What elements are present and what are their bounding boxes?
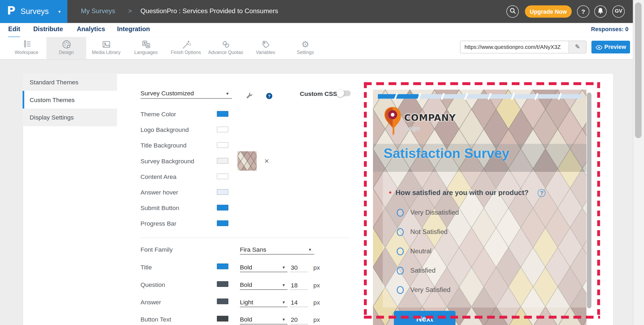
sidebar-item-custom-themes[interactable]: Custom Themes — [23, 91, 117, 109]
bell-icon — [597, 8, 604, 15]
questionpro-logo-icon: P — [7, 4, 15, 17]
next-button[interactable]: Next — [394, 311, 456, 325]
answer-option: Satisfied — [373, 267, 537, 277]
toolbar-tab-design[interactable]: Design — [46, 37, 86, 59]
chevron-down-icon[interactable]: ▾ — [283, 265, 285, 270]
submit-button-swatch[interactable] — [217, 205, 228, 210]
chevron-down-icon: ▾ — [58, 9, 60, 15]
title-size-input[interactable]: 30 — [291, 264, 298, 271]
sidebar-item-display-settings[interactable]: Display Settings — [23, 109, 117, 126]
media-library-icon — [86, 39, 126, 49]
page-scrollbar[interactable] — [633, 0, 644, 325]
chevron-down-icon[interactable]: ▾ — [226, 91, 228, 96]
progress-bar-swatch[interactable] — [217, 220, 228, 226]
question-weight-select[interactable]: Bold — [240, 281, 252, 288]
question-color-swatch[interactable] — [217, 281, 228, 287]
answer-hover-swatch[interactable] — [217, 189, 228, 195]
theme-help-icon[interactable]: ? — [266, 93, 272, 99]
color-row-label: Title Background — [140, 142, 186, 149]
button-text-color-swatch[interactable] — [217, 316, 228, 322]
remove-image-icon[interactable]: ✕ — [264, 157, 269, 165]
font-family-select[interactable]: Fira Sans — [240, 246, 266, 253]
sidebar-item-standard-themes[interactable]: Standard Themes — [23, 73, 117, 91]
toolbar-tab-workspace[interactable]: Workspace — [6, 37, 46, 59]
theme-tools-button[interactable] — [245, 91, 254, 100]
custom-css-toggle[interactable] — [337, 91, 351, 96]
product-switcher[interactable]: P Surveys ▾ — [0, 0, 67, 23]
color-row-label: Submit Button — [140, 204, 179, 211]
custom-css-label: Custom CSS — [300, 90, 337, 97]
avatar[interactable]: GV — [612, 5, 625, 18]
tab-integration[interactable]: Integration — [117, 23, 150, 37]
app-window: P Surveys ▾ My Surveys > QuestionPro : S… — [0, 0, 644, 325]
survey-title: Satisfaction Survey — [384, 146, 510, 161]
survey-background-image-thumbnail[interactable] — [237, 151, 257, 171]
radio-button[interactable] — [397, 286, 404, 294]
pencil-icon: ✎ — [575, 43, 580, 51]
help-button[interactable]: ? — [577, 5, 590, 18]
notifications-button[interactable] — [594, 5, 607, 18]
radio-button[interactable] — [397, 209, 404, 217]
title-color-swatch[interactable] — [217, 263, 228, 269]
page-scrollbar-thumb[interactable] — [635, 2, 641, 138]
workspace-icon — [6, 39, 46, 49]
button-text-weight-select[interactable]: Bold — [240, 316, 252, 323]
toolbar-tab-media-library[interactable]: Media Library — [86, 37, 126, 59]
toolbar-tab-settings[interactable]: ⚙ Settings — [286, 37, 325, 59]
edit-url-button[interactable]: ✎ — [568, 41, 586, 53]
title-weight-select[interactable]: Bold — [240, 263, 252, 270]
question-size-input[interactable]: 18 — [291, 281, 298, 288]
toolbar-tab-advance-quotas[interactable]: Advance Quotas — [206, 37, 246, 59]
top-header-bar: P Surveys ▾ My Surveys > QuestionPro : S… — [0, 0, 644, 23]
survey-url-input[interactable] — [460, 41, 573, 53]
survey-background-swatch[interactable] — [217, 158, 228, 164]
tab-analytics[interactable]: Analytics — [77, 23, 105, 37]
color-row-label: Survey Background — [140, 157, 194, 164]
tab-edit[interactable]: Edit — [8, 23, 20, 38]
languages-icon — [126, 39, 166, 49]
radio-button[interactable] — [397, 228, 404, 236]
font-row-label: Title — [140, 263, 152, 270]
avatar-initials: GV — [615, 8, 622, 14]
tab-distribute[interactable]: Distribute — [33, 23, 63, 37]
preview-scrollbar-thumb[interactable] — [587, 92, 591, 308]
company-logo-subtext: Logo — [405, 125, 420, 132]
settings-gear-icon: ⚙ — [286, 39, 325, 49]
chevron-down-icon[interactable]: ▾ — [283, 300, 285, 305]
toolbar-tab-finish-options[interactable]: Finish Options — [166, 37, 206, 59]
title-background-swatch[interactable] — [217, 142, 228, 148]
answer-size-input[interactable]: 14 — [291, 299, 298, 306]
content-area-swatch[interactable] — [217, 174, 228, 179]
breadcrumb[interactable]: My Surveys — [81, 8, 115, 15]
responses-count[interactable]: Responses: 0 — [591, 26, 628, 32]
preview-button[interactable]: Preview — [591, 41, 630, 53]
theme-select[interactable]: Survey Customized — [140, 90, 194, 97]
color-row-label: Theme Color — [140, 111, 176, 118]
advance-quotas-link-icon — [206, 39, 246, 49]
toolbar-tab-variables[interactable]: Variables — [246, 37, 285, 59]
product-name: Surveys — [21, 7, 49, 16]
design-toolbar: Workspace Design Me — [0, 37, 644, 60]
chevron-down-icon[interactable]: ▾ — [283, 317, 285, 322]
font-row-label: Answer — [140, 298, 161, 305]
button-text-size-input[interactable]: 20 — [291, 316, 298, 323]
theme-color-swatch[interactable] — [217, 111, 228, 117]
unit-label: px — [313, 299, 320, 306]
design-palette-icon — [46, 39, 86, 49]
answer-option: Very Dissatisfied — [373, 209, 537, 219]
chevron-down-icon[interactable]: ▾ — [283, 283, 285, 288]
answer-color-swatch[interactable] — [217, 298, 228, 304]
upgrade-now-button[interactable]: Upgrade Now — [525, 5, 572, 18]
logo-background-swatch[interactable] — [217, 127, 228, 132]
search-button[interactable] — [506, 5, 519, 18]
wrench-icon — [245, 91, 254, 100]
section-divider — [140, 238, 350, 238]
radio-button[interactable] — [397, 267, 404, 275]
finish-options-wand-icon — [166, 39, 206, 49]
radio-button[interactable] — [397, 247, 404, 255]
chevron-down-icon[interactable]: ▾ — [309, 247, 311, 252]
color-row-label: Content Area — [140, 173, 176, 180]
toolbar-tab-languages[interactable]: Languages — [126, 37, 166, 59]
question-help-icon[interactable]: ? — [538, 189, 546, 197]
answer-weight-select[interactable]: Light — [240, 298, 253, 305]
